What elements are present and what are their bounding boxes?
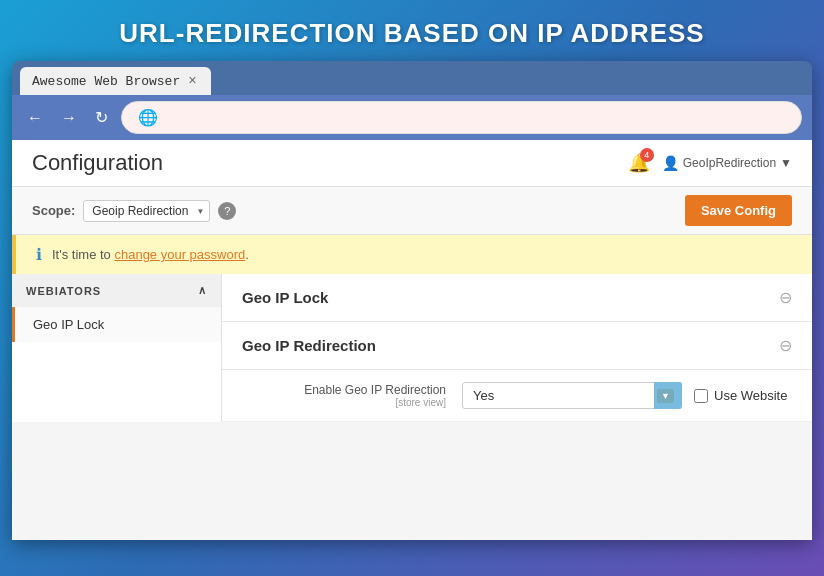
config-header-right: 🔔 4 👤 GeoIpRedirection ▼ [628,152,792,174]
page-title-bar: URL-REDIRECTION BASED ON IP ADDRESS [0,0,824,61]
main-panel: Geo IP Lock ⊖ Geo IP Redirection ⊖ Enabl… [222,274,812,422]
geo-ip-redirection-section-row[interactable]: Geo IP Redirection ⊖ [222,322,812,370]
form-controls: Yes No ▼ Use Website [462,382,787,409]
config-header: Configuration 🔔 4 👤 GeoIpRedirection ▼ [12,140,812,187]
tab-close-button[interactable]: × [188,73,196,89]
geo-ip-redirection-collapse-icon: ⊖ [779,336,792,355]
address-bar[interactable]: 🌐 [121,101,802,134]
collapse-icon: ∧ [198,284,207,297]
sidebar: WEBIATORS ∧ Geo IP Lock [12,274,222,422]
save-config-button[interactable]: Save Config [685,195,792,226]
chevron-down-icon: ▼ [780,156,792,170]
enable-label: Enable Geo IP Redirection [242,383,446,397]
forward-button[interactable]: → [56,107,82,129]
page-title: URL-REDIRECTION BASED ON IP ADDRESS [0,18,824,49]
main-content: Configuration 🔔 4 👤 GeoIpRedirection ▼ S… [12,140,812,540]
content-body: WEBIATORS ∧ Geo IP Lock Geo IP Lock ⊖ Ge… [12,274,812,422]
geo-ip-redirection-title: Geo IP Redirection [242,337,376,354]
browser-chrome: Awesome Web Browser × ← → ↻ 🌐 [12,61,812,140]
browser-tab[interactable]: Awesome Web Browser × [20,67,211,95]
sidebar-item-label: Geo IP Lock [33,317,104,332]
enable-geo-ip-redirection-row: Enable Geo IP Redirection [store view] Y… [222,370,812,422]
alert-text-after: . [245,247,249,262]
sidebar-item-geo-ip-lock[interactable]: Geo IP Lock [12,307,221,342]
enable-sublabel: [store view] [242,397,446,408]
back-button[interactable]: ← [22,107,48,129]
user-icon: 👤 [662,155,679,171]
use-website-label[interactable]: Use Website [694,388,787,403]
alert-text: It's time to change your password. [52,247,249,262]
info-icon: ℹ [36,245,42,264]
config-title: Configuration [32,150,163,176]
form-label-wrap: Enable Geo IP Redirection [store view] [242,383,462,408]
alert-text-before: It's time to [52,247,114,262]
user-label: GeoIpRedirection [683,156,776,170]
enable-select-wrap: Yes No ▼ [462,382,682,409]
tab-label: Awesome Web Browser [32,74,180,89]
browser-tab-bar: Awesome Web Browser × [12,61,812,95]
sidebar-section-label: WEBIATORS [26,285,101,297]
alert-bar: ℹ It's time to change your password. [12,235,812,274]
user-dropdown[interactable]: 👤 GeoIpRedirection ▼ [662,155,792,171]
browser-window: Awesome Web Browser × ← → ↻ 🌐 Configurat… [12,61,812,540]
notification-badge: 4 [640,148,654,162]
enable-select[interactable]: Yes No [462,382,682,409]
reload-button[interactable]: ↻ [90,106,113,129]
geo-ip-lock-collapse-icon: ⊖ [779,288,792,307]
scope-select[interactable]: Geoip Redirection [83,200,210,222]
geo-ip-lock-section-row[interactable]: Geo IP Lock ⊖ [222,274,812,322]
use-website-checkbox[interactable] [694,389,708,403]
use-website-text: Use Website [714,388,787,403]
sidebar-section-header[interactable]: WEBIATORS ∧ [12,274,221,307]
globe-icon: 🌐 [138,108,158,127]
scope-left: Scope: Geoip Redirection ? [32,200,236,222]
scope-bar: Scope: Geoip Redirection ? Save Config [12,187,812,235]
scope-select-wrap: Geoip Redirection [83,200,210,222]
scope-label: Scope: [32,203,75,218]
help-icon[interactable]: ? [218,202,236,220]
change-password-link[interactable]: change your password [114,247,245,262]
browser-nav-bar: ← → ↻ 🌐 [12,95,812,140]
notifications-button[interactable]: 🔔 4 [628,152,650,174]
geo-ip-lock-title: Geo IP Lock [242,289,328,306]
